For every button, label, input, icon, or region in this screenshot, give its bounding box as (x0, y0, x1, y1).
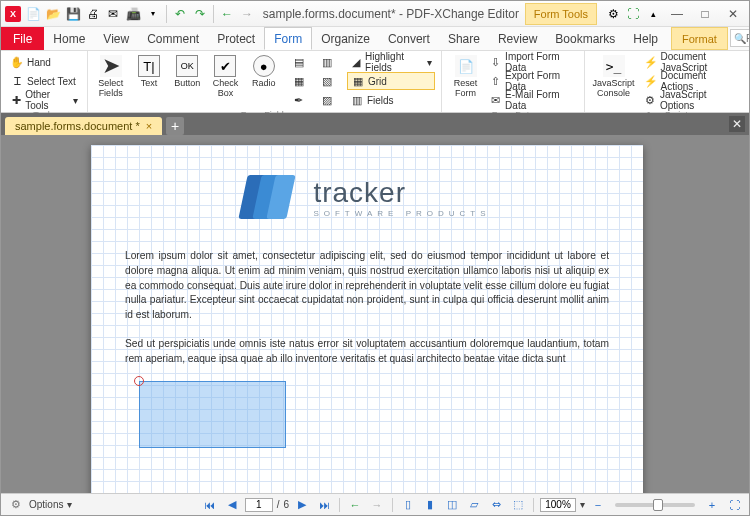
zoom-in-button[interactable]: + (703, 497, 721, 513)
launch-icon[interactable]: ⛶ (625, 6, 641, 22)
reset-form-button[interactable]: 📄Reset Form (448, 53, 482, 101)
tab-bookmarks[interactable]: Bookmarks (546, 27, 624, 50)
open-icon[interactable]: 📂 (45, 6, 61, 22)
js-console-button[interactable]: >_JavaScript Console (591, 53, 637, 101)
import-form-data-button[interactable]: ⇩Import Form Data (487, 53, 578, 71)
tab-file[interactable]: File (1, 27, 44, 50)
undo-icon[interactable]: ↶ (172, 6, 188, 22)
ui-options-icon[interactable]: ⚙ (605, 6, 621, 22)
layout-two-icon[interactable]: ◫ (443, 497, 461, 513)
tab-home[interactable]: Home (44, 27, 94, 50)
layout-two-cont-icon[interactable]: ▱ (465, 497, 483, 513)
nav-forward-button[interactable]: → (368, 497, 386, 513)
first-page-button[interactable]: ⏮ (201, 497, 219, 513)
highlight-fields-button[interactable]: ◢Highlight Fields ▾ (347, 53, 436, 71)
minimize-button[interactable]: — (663, 4, 691, 24)
image-button[interactable]: ▨ (317, 91, 337, 109)
tab-help[interactable]: Help (624, 27, 667, 50)
barcode-button[interactable]: ▥ (317, 53, 337, 71)
tab-view[interactable]: View (94, 27, 138, 50)
page-separator: / (277, 499, 280, 510)
listbox-button[interactable]: ▤ (289, 53, 309, 71)
page-number-input[interactable] (245, 498, 273, 512)
javascript-options-button[interactable]: ⚙JavaScript Options (641, 91, 743, 109)
tab-organize[interactable]: Organize (312, 27, 379, 50)
layout-single-icon[interactable]: ▯ (399, 497, 417, 513)
last-page-button[interactable]: ⏭ (315, 497, 333, 513)
group-tools: ✋Hand ᏆSelect Text ✚Other Tools ▾ Tools (1, 51, 88, 112)
fields-pane-button[interactable]: ▥Fields (347, 91, 436, 109)
combobox-button[interactable]: ▦ (289, 72, 309, 90)
hand-tool[interactable]: ✋Hand (7, 53, 81, 71)
tab-form[interactable]: Form (264, 27, 312, 50)
document-javascript-button[interactable]: ⚡Document JavaScript (641, 53, 743, 71)
qa-dropdown-icon[interactable]: ▾ (145, 6, 161, 22)
checkbox-label: Check Box (210, 79, 240, 99)
image-icon: ▨ (320, 93, 334, 107)
logo-name: tracker (313, 177, 490, 209)
print-icon[interactable]: 🖨 (85, 6, 101, 22)
document-tab[interactable]: sample.forms.document * × (5, 117, 162, 135)
forward-icon[interactable]: → (239, 6, 255, 22)
fit-page-icon[interactable]: ⬚ (509, 497, 527, 513)
email-form-data-button[interactable]: ✉E-Mail Form Data (487, 91, 578, 109)
grid-toggle[interactable]: ▦Grid (347, 72, 436, 90)
scan-icon[interactable]: 📠 (125, 6, 141, 22)
export-form-data-button[interactable]: ⇧Export Form Data (487, 72, 578, 90)
radio-icon: ● (253, 55, 275, 77)
fields-label: Fields (367, 95, 394, 106)
other-tools[interactable]: ✚Other Tools ▾ (7, 91, 81, 109)
checkbox-field-button[interactable]: ✔Check Box (208, 53, 242, 101)
redo-icon[interactable]: ↷ (192, 6, 208, 22)
layout-continuous-icon[interactable]: ▮ (421, 497, 439, 513)
tab-comment[interactable]: Comment (138, 27, 208, 50)
listbox-icon: ▤ (292, 55, 306, 69)
tab-review[interactable]: Review (489, 27, 546, 50)
signature-button[interactable]: ✒ (289, 91, 309, 109)
find-placeholder: Find... (746, 33, 750, 44)
button-field-button[interactable]: OKButton (170, 53, 204, 91)
fullscreen-icon[interactable]: ⛶ (725, 497, 743, 513)
new-tab-button[interactable]: + (166, 117, 184, 135)
console-icon: >_ (603, 55, 625, 77)
document-actions-button[interactable]: ⚡Document Actions (641, 72, 743, 90)
text-field-button[interactable]: T|Text (132, 53, 166, 91)
paragraph: Sed ut perspiciatis unde omnis iste natu… (125, 337, 609, 367)
options-gear-icon[interactable]: ⚙ (7, 497, 25, 513)
prev-page-button[interactable]: ◀ (223, 497, 241, 513)
nav-back-button[interactable]: ← (346, 497, 364, 513)
close-all-tabs-button[interactable]: ✕ (729, 116, 745, 132)
tab-protect[interactable]: Protect (208, 27, 264, 50)
close-button[interactable]: ✕ (719, 4, 747, 24)
tab-convert[interactable]: Convert (379, 27, 439, 50)
zoom-slider-thumb[interactable] (653, 499, 663, 511)
zoom-out-button[interactable]: − (589, 497, 607, 513)
separator (213, 5, 214, 23)
select-text-tool[interactable]: ᏆSelect Text (7, 72, 81, 90)
document-canvas[interactable]: tracker SOFTWARE PRODUCTS Lorem ipsum do… (1, 135, 749, 493)
back-icon[interactable]: ← (219, 6, 235, 22)
find-input[interactable]: 🔍 Find... (730, 29, 750, 47)
ribbon: ✋Hand ᏆSelect Text ✚Other Tools ▾ Tools … (1, 51, 749, 113)
date-button[interactable]: ▧ (317, 72, 337, 90)
tab-format[interactable]: Format (671, 27, 728, 50)
zoom-slider[interactable] (615, 503, 695, 507)
form-field-selection[interactable] (139, 381, 286, 448)
tab-share[interactable]: Share (439, 27, 489, 50)
email-icon[interactable]: ✉ (105, 6, 121, 22)
new-icon[interactable]: 📄 (25, 6, 41, 22)
maximize-button[interactable]: □ (691, 4, 719, 24)
fit-width-icon[interactable]: ⇔ (487, 497, 505, 513)
paragraph: Lorem ipsum dolor sit amet, consectetur … (125, 249, 609, 323)
options-label[interactable]: Options (29, 499, 63, 510)
group-form-data: 📄Reset Form ⇩Import Form Data ⇧Export Fo… (442, 51, 584, 112)
zoom-input[interactable] (540, 498, 576, 512)
close-tab-icon[interactable]: × (146, 120, 152, 132)
save-icon[interactable]: 💾 (65, 6, 81, 22)
next-page-button[interactable]: ▶ (293, 497, 311, 513)
collapse-ribbon-icon[interactable]: ▴ (645, 6, 661, 22)
select-fields-button[interactable]: ➤Select Fields (94, 53, 128, 101)
radio-field-button[interactable]: ●Radio (247, 53, 281, 91)
separator (166, 5, 167, 23)
fields-pane-icon: ▥ (350, 93, 364, 107)
